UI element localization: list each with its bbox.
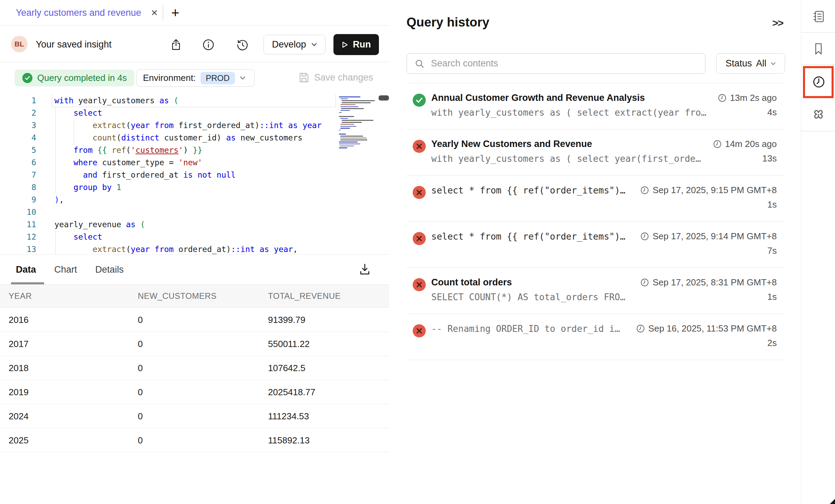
close-tab-icon[interactable]: ✕ — [151, 9, 158, 17]
panel-title: Query history — [406, 15, 489, 30]
code-token — [54, 146, 73, 155]
strip-divider — [801, 32, 835, 33]
query-history-item[interactable]: Yearly New Customers and Revenue14m 20s … — [406, 129, 785, 176]
history-item-title: Annual Customer Growth and Revenue Analy… — [431, 93, 718, 103]
error-status-icon — [412, 139, 426, 153]
version-history-icon[interactable] — [236, 39, 249, 51]
minimap-line — [339, 147, 347, 148]
code-line[interactable]: count(distinct customer_id) as new_custo… — [54, 132, 336, 144]
code-line[interactable]: extract(year from first_ordered_at)::int… — [54, 119, 336, 132]
table-cell: 2024 — [9, 404, 29, 428]
code-token: yearly_revenue — [54, 220, 126, 229]
history-item-title: select * from {{ ref("order_items")… — [431, 185, 640, 196]
search-input[interactable] — [430, 58, 698, 69]
query-history-item[interactable]: Count total ordersSep 17, 2025, 8:31 PM … — [406, 268, 785, 314]
share-icon[interactable] — [170, 39, 182, 51]
code-line[interactable]: where customer_type = 'new' — [54, 156, 336, 169]
query-history-item[interactable]: -- Renaming ORDER_ID to order_id i…Sep 1… — [406, 314, 785, 360]
chevron-down-icon — [311, 43, 317, 46]
collapse-panel-icon[interactable]: >> — [772, 17, 783, 29]
query-history-item[interactable]: select * from {{ ref("order_items")…Sep … — [406, 222, 785, 268]
right-icon-sidebar — [801, 0, 835, 504]
code-line[interactable]: and first_ordered_at is not null — [54, 169, 336, 181]
save-changes-button[interactable]: Save changes — [298, 72, 373, 83]
results-tab-details[interactable]: Details — [95, 264, 124, 275]
history-clock-icon[interactable] — [811, 74, 826, 89]
minimap-line — [340, 146, 354, 147]
line-number: 4 — [0, 132, 36, 144]
query-status-row: Query completed in 4s Environment: PROD … — [0, 62, 389, 94]
query-history-item[interactable]: Annual Customer Growth and Revenue Analy… — [406, 83, 785, 129]
environment-selector[interactable]: Environment: PROD — [136, 69, 255, 87]
code-token: customers — [135, 146, 178, 155]
code-token: year — [131, 121, 150, 130]
download-icon[interactable] — [358, 262, 372, 277]
sql-editor[interactable]: 12345678910111213 with yearly_customers … — [0, 94, 389, 254]
code-line[interactable]: select — [54, 231, 336, 243]
notebook-icon[interactable] — [811, 9, 826, 24]
results-tab-chart[interactable]: Chart — [54, 264, 77, 275]
run-button[interactable]: Run — [333, 34, 379, 55]
line-number: 12 — [0, 231, 36, 243]
new-tab-button[interactable]: + — [167, 5, 183, 21]
code-token: ( — [126, 245, 131, 254]
minimap-line — [340, 104, 355, 105]
code-token: 1 — [116, 183, 121, 192]
table-cell: 0 — [138, 380, 143, 404]
tab-divider — [163, 5, 163, 21]
develop-button[interactable]: Develop — [264, 35, 326, 54]
minimap-line — [340, 138, 367, 139]
code-line[interactable]: yearly_revenue as ( — [54, 218, 336, 231]
column-header: TOTAL_REVENUE — [268, 285, 341, 307]
code-line[interactable]: with yearly_customers as ( — [54, 94, 336, 107]
results-tab-data[interactable]: Data — [16, 264, 36, 275]
line-number: 2 — [0, 107, 36, 119]
search-box[interactable] — [406, 53, 705, 74]
success-status-icon — [412, 93, 426, 107]
history-item-time: Sep 16, 2025, 11:53 PM GMT+8 — [636, 323, 777, 334]
environment-label: Environment: — [143, 73, 196, 83]
scrollbar-thumb[interactable] — [379, 95, 389, 101]
table-row: 20250115892.13 — [0, 428, 389, 452]
minimap-line — [339, 144, 360, 145]
query-history-item[interactable]: select * from {{ ref("order_items")…Sep … — [406, 176, 785, 222]
minimap-line — [340, 106, 358, 107]
history-item-title: -- Renaming ORDER_ID to order_id i… — [431, 324, 636, 334]
line-number: 6 — [0, 156, 36, 169]
status-filter-dropdown[interactable]: Status All — [716, 53, 785, 74]
code-token: ::int — [259, 121, 283, 130]
minimap-line — [340, 118, 348, 119]
editor-scrollbar[interactable] — [378, 94, 389, 254]
table-cell: 0 — [138, 308, 143, 332]
line-number: 3 — [0, 119, 36, 132]
bookmark-icon[interactable] — [811, 41, 826, 56]
clock-icon — [718, 93, 727, 103]
table-cell: 2025 — [9, 428, 29, 452]
minimap-line — [340, 128, 350, 129]
code-token: as — [126, 220, 136, 229]
info-icon[interactable] — [202, 39, 215, 51]
editor-minimap[interactable] — [338, 94, 378, 254]
table-cell: 2025418.77 — [268, 380, 315, 404]
minimap-line — [340, 136, 363, 137]
code-token: first_ordered_at — [97, 170, 183, 179]
code-line[interactable]: extract(year from ordered_at)::int as ye… — [54, 243, 336, 254]
code-token: yearly_customers — [73, 96, 159, 105]
code-token: as — [260, 245, 269, 254]
code-line[interactable]: group by 1 — [54, 181, 336, 193]
code-token: ( — [174, 96, 178, 105]
error-status-icon — [412, 186, 426, 199]
insight-label: Your saved insight — [36, 39, 112, 50]
tab-yearly-customers-and-revenue[interactable]: Yearly customers and revenue ✕ — [0, 0, 158, 25]
table-cell: 2019 — [9, 380, 29, 404]
code-line[interactable]: from {{ ref('customers') }} — [54, 144, 336, 156]
minimap-line — [342, 122, 362, 123]
code-token: distinct — [121, 133, 159, 142]
line-number: 11 — [0, 218, 36, 231]
code-line[interactable]: ), — [54, 193, 336, 206]
editor-tab-bar: Yearly customers and revenue ✕ + — [0, 0, 389, 25]
dbt-logo-icon[interactable] — [811, 107, 826, 123]
code-line[interactable] — [54, 206, 336, 218]
history-item-time: Sep 17, 2025, 8:31 PM GMT+8 — [640, 277, 777, 288]
code-line[interactable]: select — [54, 107, 336, 119]
